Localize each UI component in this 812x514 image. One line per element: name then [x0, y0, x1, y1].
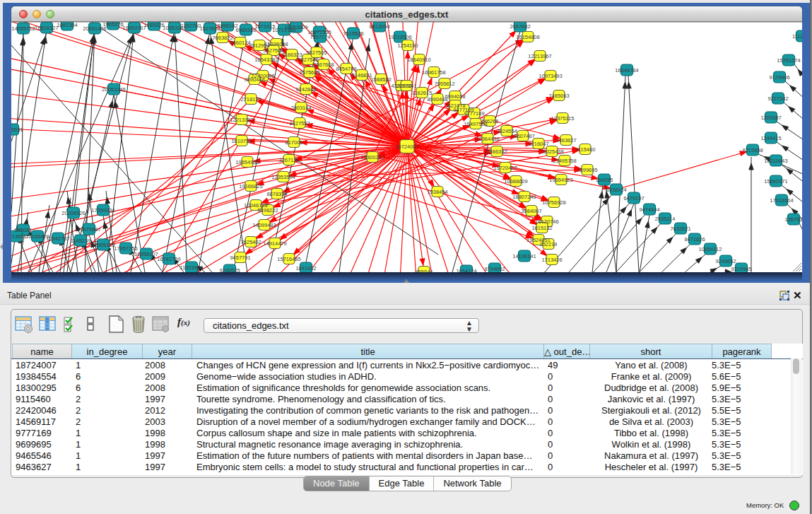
- svg-text:15716485: 15716485: [277, 256, 300, 262]
- svg-text:16648784: 16648784: [615, 67, 638, 74]
- svg-text:1965376: 1965376: [102, 22, 123, 28]
- svg-text:126753: 126753: [784, 216, 802, 223]
- svg-text:10654112: 10654112: [699, 246, 722, 252]
- svg-text:1054124: 1054124: [456, 268, 476, 272]
- svg-text:1162615: 1162615: [412, 90, 433, 96]
- svg-text:16543382: 16543382: [254, 57, 278, 63]
- svg-text:1463627: 1463627: [555, 137, 576, 144]
- svg-text:7515526: 7515526: [343, 30, 363, 37]
- svg-text:12942737: 12942737: [46, 235, 69, 242]
- svg-text:20206526: 20206526: [61, 210, 85, 216]
- svg-text:10756928: 10756928: [542, 199, 565, 206]
- svg-text:14136141: 14136141: [512, 253, 536, 259]
- svg-text:3267130: 3267130: [278, 157, 299, 163]
- svg-text:12375115: 12375115: [551, 115, 575, 122]
- svg-text:19653767: 19653767: [122, 25, 146, 31]
- svg-text:16053809: 16053809: [284, 24, 307, 30]
- svg-text:1244415: 1244415: [760, 135, 781, 141]
- svg-text:9457791: 9457791: [230, 255, 250, 261]
- svg-text:2935114: 2935114: [655, 216, 676, 222]
- svg-text:8215958: 8215958: [742, 147, 763, 153]
- svg-text:1145139: 1145139: [71, 238, 91, 244]
- svg-text:11923446: 11923446: [180, 264, 204, 271]
- svg-text:7857274: 7857274: [310, 34, 330, 40]
- svg-text:9242848: 9242848: [295, 86, 316, 93]
- svg-text:16120746: 16120746: [535, 218, 558, 225]
- svg-text:9899695: 9899695: [577, 167, 597, 173]
- svg-text:8794652: 8794652: [484, 266, 505, 272]
- svg-text:20053346: 20053346: [102, 86, 125, 93]
- svg-text:8813054: 8813054: [369, 23, 389, 30]
- svg-text:1615132: 1615132: [531, 225, 552, 231]
- svg-text:17016504: 17016504: [770, 197, 793, 204]
- svg-text:1841452: 1841452: [295, 265, 316, 271]
- svg-text:1254190: 1254190: [397, 42, 418, 49]
- svg-text:19654923: 19654923: [549, 177, 572, 183]
- svg-text:19166825: 19166825: [239, 183, 262, 189]
- svg-text:3913501: 3913501: [11, 233, 27, 240]
- svg-text:12505135: 12505135: [91, 242, 114, 248]
- svg-text:15720407: 15720407: [493, 165, 517, 171]
- svg-text:1209387: 1209387: [760, 115, 781, 121]
- svg-text:817006: 817006: [285, 139, 302, 146]
- svg-text:19218506: 19218506: [388, 34, 411, 40]
- svg-text:2803144: 2803144: [290, 105, 311, 111]
- svg-text:8660124: 8660124: [230, 40, 250, 46]
- svg-text:1713426: 1713426: [541, 257, 562, 263]
- svg-text:6216047: 6216047: [528, 141, 548, 147]
- svg-text:14914479: 14914479: [263, 240, 286, 247]
- svg-text:8938924: 8938924: [606, 187, 626, 193]
- svg-text:5498222: 5498222: [257, 207, 278, 214]
- svg-text:585061: 585061: [14, 227, 32, 233]
- svg-text:16961758: 16961758: [422, 69, 445, 76]
- svg-text:6479197: 6479197: [623, 195, 644, 201]
- svg-text:9115460: 9115460: [575, 146, 596, 153]
- svg-text:8471626: 8471626: [684, 236, 705, 243]
- svg-text:10688609: 10688609: [504, 178, 527, 185]
- svg-text:10025438: 10025438: [540, 148, 563, 155]
- svg-text:9129906: 9129906: [769, 74, 789, 81]
- svg-text:8454749: 8454749: [336, 66, 356, 72]
- svg-text:1938454: 1938454: [427, 189, 447, 195]
- svg-text:14099483: 14099483: [252, 222, 276, 228]
- svg-text:1588520: 1588520: [370, 76, 391, 83]
- svg-text:1085326: 1085326: [143, 22, 164, 28]
- svg-text:18807249: 18807249: [512, 194, 536, 200]
- svg-text:9329965: 9329965: [731, 266, 751, 272]
- svg-text:9474444: 9474444: [639, 206, 659, 213]
- svg-text:9575685: 9575685: [299, 69, 319, 76]
- svg-text:3984067: 3984067: [521, 208, 541, 214]
- svg-text:16497508: 16497508: [464, 121, 487, 127]
- svg-text:25300213: 25300213: [360, 154, 384, 160]
- svg-text:7625402: 7625402: [240, 239, 261, 245]
- svg-text:19654935: 19654935: [235, 159, 259, 165]
- svg-text:7632621: 7632621: [670, 226, 690, 232]
- svg-text:6966162: 6966162: [217, 23, 237, 29]
- svg-text:16210643: 16210643: [764, 158, 787, 164]
- svg-text:15226058: 15226058: [264, 41, 288, 47]
- svg-text:965544: 965544: [415, 269, 433, 272]
- svg-text:14055712: 14055712: [11, 25, 35, 32]
- svg-text:2037341: 2037341: [396, 83, 416, 89]
- svg-text:9146821: 9146821: [351, 72, 372, 78]
- svg-text:8878334: 8878334: [266, 191, 287, 197]
- svg-text:16782759: 16782759: [157, 256, 180, 262]
- svg-text:12213967: 12213967: [528, 53, 551, 59]
- svg-text:18640910: 18640910: [407, 57, 430, 63]
- svg-text:7485063: 7485063: [548, 93, 569, 99]
- svg-text:2026531: 2026531: [11, 127, 23, 133]
- svg-text:16154808: 16154808: [516, 34, 539, 40]
- svg-text:2087682: 2087682: [510, 23, 530, 30]
- svg-text:6994028: 6994028: [445, 93, 465, 100]
- svg-text:2718179: 2718179: [240, 96, 261, 103]
- svg-text:13975687: 13975687: [77, 226, 100, 233]
- svg-text:1881304: 1881304: [57, 22, 77, 28]
- svg-text:2867608: 2867608: [313, 62, 334, 68]
- svg-text:9890448: 9890448: [244, 76, 264, 83]
- svg-text:9777169: 9777169: [464, 110, 484, 117]
- svg-text:1112541: 1112541: [792, 33, 802, 40]
- svg-text:10958107: 10958107: [134, 251, 158, 257]
- svg-text:9245652: 9245652: [715, 258, 736, 264]
- svg-text:23495758: 23495758: [553, 158, 576, 164]
- svg-text:15751074: 15751074: [777, 57, 800, 64]
